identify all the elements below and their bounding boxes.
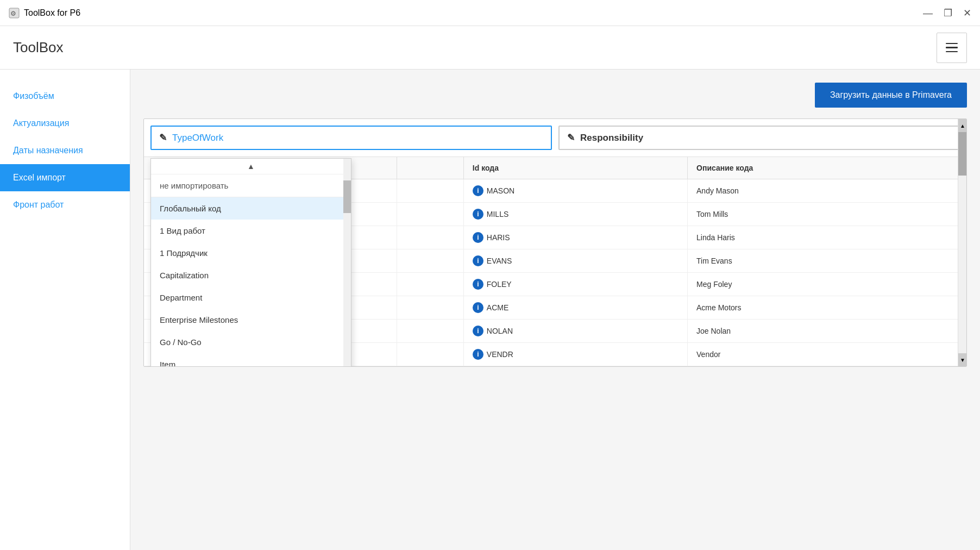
dropdown-scrollbar[interactable] (343, 159, 351, 367)
app-logo-icon: ⚙ (9, 8, 20, 18)
app-header: ToolBox (0, 26, 980, 70)
cell-empty (397, 273, 463, 296)
code-value: VENDR (487, 350, 513, 359)
dropdown-item[interactable]: 1 Вид работ (151, 220, 351, 242)
responsibility-field[interactable]: ✎ Responsibility (558, 126, 960, 150)
window-controls: — ❐ ✕ (923, 8, 971, 18)
cell-empty (397, 320, 463, 343)
maximize-button[interactable]: ❐ (944, 8, 952, 18)
code-value: NOLAN (487, 327, 513, 335)
app-title: ToolBox (13, 39, 937, 56)
dropdown-item[interactable]: Item (151, 353, 351, 367)
hamburger-icon (946, 43, 958, 53)
info-icon[interactable]: i (473, 209, 483, 220)
main-layout: Физобъём Актуализация Даты назначения Ex… (0, 70, 980, 550)
type-of-work-dropdown: ▲ не импортировать Глобальный код1 Вид р… (150, 158, 351, 367)
cell-description: Meg Foley (688, 273, 966, 296)
svg-text:⚙: ⚙ (10, 10, 16, 17)
code-value: FOLEY (487, 280, 512, 289)
dropdown-item[interactable]: 1 Подрядчик (151, 242, 351, 264)
cell-empty (397, 226, 463, 249)
sidebar-item-front[interactable]: Фронт работ (0, 191, 130, 218)
dropdown-scroll-thumb[interactable] (343, 180, 351, 213)
chevron-up-icon: ▲ (247, 162, 255, 171)
cell-empty (397, 343, 463, 366)
edit-icon-2: ✎ (567, 132, 575, 143)
info-icon[interactable]: i (473, 326, 483, 336)
type-of-work-input[interactable] (172, 133, 543, 143)
cell-code: i NOLAN (463, 320, 687, 343)
cell-code: i EVANS (463, 249, 687, 273)
action-bar: Загрузить данные в Primavera (143, 83, 967, 108)
dropdown-item[interactable]: Enterprise Milestones (151, 309, 351, 331)
cell-description: Joe Nolan (688, 320, 966, 343)
cell-code: i ACME (463, 296, 687, 320)
dropdown-item[interactable]: Глобальный код (151, 197, 351, 220)
cell-description: Vendor (688, 343, 966, 366)
cell-description: Linda Haris (688, 226, 966, 249)
cell-empty (397, 179, 463, 203)
dropdown-top-arrow: ▲ (151, 159, 351, 174)
dropdown-list: Глобальный код1 Вид работ1 ПодрядчикCapi… (151, 197, 351, 367)
dropdown-item[interactable]: Department (151, 286, 351, 309)
code-value: HARIS (487, 233, 510, 242)
cell-code: i HARIS (463, 226, 687, 249)
info-icon[interactable]: i (473, 185, 483, 196)
info-icon[interactable]: i (473, 255, 483, 266)
cell-description: Tom Mills (688, 203, 966, 226)
sidebar-item-aktualizaciya[interactable]: Актуализация (0, 110, 130, 137)
cell-empty (397, 249, 463, 273)
cell-empty (397, 203, 463, 226)
info-icon[interactable]: i (473, 232, 483, 243)
close-button[interactable]: ✕ (963, 8, 971, 18)
cell-description: Tim Evans (688, 249, 966, 273)
scrollbar-thumb[interactable] (958, 132, 967, 176)
cell-code: i VENDR (463, 343, 687, 366)
info-icon[interactable]: i (473, 349, 483, 360)
scrollbar-down-button[interactable]: ▼ (958, 353, 967, 366)
content-area: Загрузить данные в Primavera ✎ ✎ Respons… (130, 70, 980, 550)
no-import-option[interactable]: не импортировать (151, 174, 351, 197)
type-of-work-field[interactable]: ✎ (150, 126, 552, 150)
dropdown-item[interactable]: Go / No-Go (151, 331, 351, 353)
sidebar: Физобъём Актуализация Даты назначения Ex… (0, 70, 130, 550)
col-header-desc: Описание кода (688, 157, 966, 179)
col-header-2 (397, 157, 463, 179)
main-panel: ✎ ✎ Responsibility Id кода (143, 118, 967, 367)
info-icon[interactable]: i (473, 279, 483, 290)
panel-header: ✎ ✎ Responsibility (144, 119, 966, 157)
code-value: ACME (487, 303, 508, 312)
cell-empty (397, 296, 463, 320)
title-bar-left: ⚙ ToolBox for P6 (9, 8, 80, 18)
minimize-button[interactable]: — (923, 8, 933, 18)
scrollbar-up-button[interactable]: ▲ (958, 119, 967, 132)
code-value: EVANS (487, 257, 512, 265)
menu-button[interactable] (937, 33, 967, 63)
sidebar-item-fizobem[interactable]: Физобъём (0, 83, 130, 110)
info-icon[interactable]: i (473, 302, 483, 313)
upload-primavera-button[interactable]: Загрузить данные в Primavera (815, 83, 967, 108)
col-header-id: Id кода (463, 157, 687, 179)
cell-description: Andy Mason (688, 179, 966, 203)
cell-code: i MILLS (463, 203, 687, 226)
app-name: ToolBox for P6 (24, 8, 80, 18)
title-bar: ⚙ ToolBox for P6 — ❐ ✕ (0, 0, 980, 26)
code-value: MASON (487, 186, 514, 195)
sidebar-item-excel[interactable]: Excel импорт (0, 164, 130, 191)
dropdown-item[interactable]: Capitalization (151, 264, 351, 286)
edit-icon-1: ✎ (159, 132, 167, 143)
code-value: MILLS (487, 210, 508, 218)
scrollbar-track[interactable]: ▲ ▼ (958, 119, 966, 366)
sidebar-item-dates[interactable]: Даты назначения (0, 137, 130, 164)
responsibility-label: Responsibility (580, 133, 643, 143)
cell-code: i MASON (463, 179, 687, 203)
cell-code: i FOLEY (463, 273, 687, 296)
cell-description: Acme Motors (688, 296, 966, 320)
